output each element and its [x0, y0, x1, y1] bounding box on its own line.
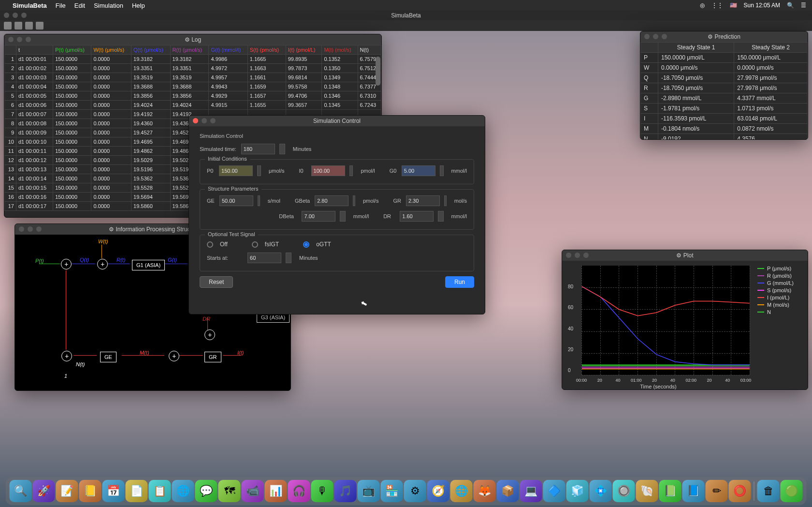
simulated-time-input[interactable] — [241, 144, 275, 154]
toolbar-icon-4[interactable] — [36, 22, 44, 30]
window-controls[interactable] — [4, 13, 27, 18]
dock-app-icon[interactable]: 📒 — [79, 480, 102, 502]
dock-app-icon[interactable]: ⚙ — [404, 480, 426, 502]
dock-app-icon[interactable]: 🔷 — [543, 480, 566, 502]
toolbar-icon-2[interactable] — [14, 22, 22, 30]
menu-edit[interactable]: Edit — [74, 2, 85, 9]
pred-header[interactable]: Steady State 1 — [658, 43, 734, 53]
dock-app-icon[interactable]: 🗺 — [218, 480, 241, 502]
table-row[interactable]: 3d1 00:00:03150.00000.000019.351919.3519… — [5, 73, 381, 82]
dock-app-icon[interactable]: 🧭 — [427, 480, 450, 502]
dock-app-icon[interactable]: 🎵 — [334, 480, 357, 502]
table-row[interactable]: G-2.8980 mmol/L4.3377 mmol/L — [641, 93, 808, 104]
stepper[interactable] — [286, 253, 291, 263]
log-header[interactable] — [5, 45, 16, 55]
dbeta-input[interactable] — [302, 211, 335, 222]
sim-titlebar[interactable]: Simulation Control — [189, 116, 485, 126]
dock-app-icon[interactable]: 💠 — [590, 480, 612, 502]
table-row[interactable]: 2d1 00:00:02150.00000.000019.335119.3351… — [5, 64, 381, 73]
dock-app-icon[interactable]: 🐚 — [636, 480, 658, 502]
dock-app-icon[interactable]: 🗑 — [757, 480, 780, 502]
pred-header[interactable]: Steady State 2 — [734, 43, 808, 53]
starts-at-input[interactable] — [247, 253, 281, 263]
prediction-titlebar[interactable]: ⚙ Prediction — [640, 31, 808, 42]
scrollbar[interactable] — [376, 57, 380, 86]
table-row[interactable]: 6d1 00:00:06150.00000.000019.402419.4024… — [5, 101, 381, 110]
flag-icon[interactable]: 🇺🇸 — [730, 2, 737, 9]
table-row[interactable]: W0.0000 μmol/s0.0000 μmol/s — [641, 63, 808, 73]
dock-app-icon[interactable]: 📗 — [659, 480, 682, 502]
table-row[interactable]: N-9.01924.3576 — [641, 134, 808, 140]
dock-app-icon[interactable]: 🦊 — [474, 480, 496, 502]
dock-app-icon[interactable]: 🔍 — [10, 480, 32, 502]
stepper[interactable] — [444, 195, 447, 206]
log-header[interactable]: I(t) (pmol/L) — [286, 45, 322, 55]
radio-off[interactable] — [207, 241, 213, 248]
log-header[interactable]: W(t) (μmol/s) — [91, 45, 131, 55]
plot-titlebar[interactable]: ⚙ Plot — [562, 250, 808, 261]
stepper[interactable] — [349, 165, 353, 176]
run-button[interactable]: Run — [445, 276, 474, 288]
dock-app-icon[interactable]: 🟢 — [781, 480, 803, 502]
dock-app-icon[interactable]: 📄 — [126, 480, 148, 502]
table-row[interactable]: 1d1 00:00:01150.00000.000019.318219.3182… — [5, 55, 381, 64]
toolbar-icon-1[interactable] — [4, 22, 12, 30]
stepper[interactable] — [438, 211, 443, 222]
table-row[interactable]: 4d1 00:00:04150.00000.000019.368819.3688… — [5, 82, 381, 91]
dock-app-icon[interactable]: 🧊 — [566, 480, 589, 502]
menu-file[interactable]: File — [56, 2, 66, 9]
radio-ogtt[interactable] — [303, 241, 309, 248]
stepper[interactable] — [279, 144, 285, 154]
log-header[interactable]: Q(t) (μmol/s) — [131, 45, 171, 55]
table-row[interactable]: 5d1 00:00:05150.00000.000019.385619.3856… — [5, 91, 381, 101]
radio-fsigt[interactable] — [252, 241, 258, 248]
log-header[interactable]: R(t) (μmol/s) — [170, 45, 209, 55]
dock-app-icon[interactable]: 🏪 — [381, 480, 403, 502]
table-row[interactable]: R-18.7050 μmol/s27.9978 μmol/s — [641, 83, 808, 93]
dock-app-icon[interactable]: 📹 — [242, 480, 264, 502]
menubar-clock[interactable]: Sun 12:05 AM — [744, 2, 780, 9]
log-titlebar[interactable]: ⚙ Log — [4, 34, 381, 45]
log-header[interactable]: S(t) (pmol/s) — [247, 45, 286, 55]
gr-input[interactable] — [406, 195, 440, 206]
i0-input[interactable] — [311, 165, 345, 176]
dr-input[interactable] — [400, 211, 434, 222]
search-icon[interactable]: 🔍 — [787, 2, 794, 9]
log-header[interactable]: P(t) (μmol/s) — [53, 45, 91, 55]
stepper[interactable] — [258, 195, 260, 206]
table-row[interactable]: M-0.1804 nmol/s0.0872 nmol/s — [641, 124, 808, 134]
ge-input[interactable] — [219, 195, 253, 206]
stepper[interactable] — [257, 165, 261, 176]
dock-app-icon[interactable]: 📺 — [358, 480, 380, 502]
stepper[interactable] — [353, 195, 355, 206]
app-menu[interactable]: SimulaBeta — [13, 2, 47, 9]
g0-input[interactable] — [402, 165, 435, 176]
reset-button[interactable]: Reset — [200, 276, 233, 288]
wifi-icon[interactable]: ⋮⋮ — [711, 2, 723, 9]
dock-app-icon[interactable]: 💬 — [195, 480, 218, 502]
dock-app-icon[interactable]: 📊 — [265, 480, 287, 502]
dock-app-icon[interactable]: 📘 — [682, 480, 705, 502]
dock-app-icon[interactable]: 🔘 — [613, 480, 635, 502]
dock-app-icon[interactable]: 📅 — [102, 480, 125, 502]
toolbar-icon-3[interactable] — [25, 22, 33, 30]
menu-simulation[interactable]: Simulation — [94, 2, 123, 9]
stepper[interactable] — [440, 165, 444, 176]
dock-app-icon[interactable]: 🎧 — [288, 480, 310, 502]
log-header[interactable]: N(t) — [358, 45, 381, 55]
status-icon[interactable]: ◎ — [700, 2, 705, 9]
dock-app-icon[interactable]: 📋 — [149, 480, 171, 502]
dock-app-icon[interactable]: 💻 — [520, 480, 542, 502]
dock-app-icon[interactable]: 🌐 — [450, 480, 473, 502]
log-header[interactable]: M(t) (mol/s) — [322, 45, 358, 55]
stepper[interactable] — [340, 211, 345, 222]
dock-app-icon[interactable]: ⭕ — [729, 480, 751, 502]
dock-app-icon[interactable]: 📝 — [56, 480, 78, 502]
table-row[interactable]: P150.0000 μmol/L150.0000 μmol/L — [641, 53, 808, 63]
dock-app-icon[interactable]: ✏ — [706, 480, 728, 502]
log-header[interactable]: G(t) (mmol/l) — [209, 45, 247, 55]
menu-help[interactable]: Help — [132, 2, 145, 9]
control-center-icon[interactable]: ☰ — [801, 2, 806, 9]
dock-app-icon[interactable]: 🚀 — [33, 480, 55, 502]
table-row[interactable]: I-116.3593 pmol/L63.0148 pmol/L — [641, 114, 808, 124]
